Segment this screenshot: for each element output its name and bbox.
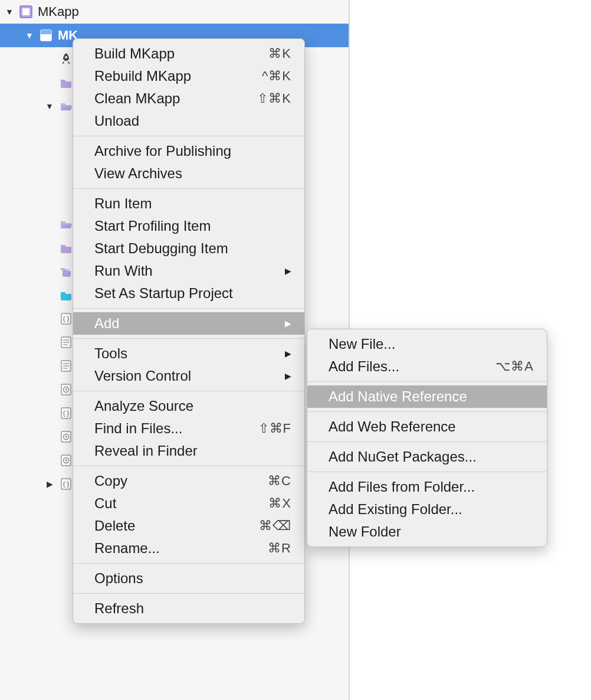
storyboard-icon: [58, 452, 74, 469]
solution-row[interactable]: ▼ MKapp: [0, 0, 349, 24]
context_menu-item[interactable]: Add▶: [73, 312, 304, 335]
submenu-triangle-icon: ▶: [285, 349, 291, 358]
context_menu-item[interactable]: Delete⌘⌫: [73, 515, 304, 537]
context_menu-item[interactable]: Build MKapp⌘K: [73, 42, 304, 65]
menu-item-shortcut: ⌥⌘A: [495, 359, 534, 374]
menu-item-label: Run Item: [94, 195, 152, 212]
menu-separator: [307, 411, 547, 412]
svg-text:{ }: { }: [63, 410, 70, 417]
menu-item-label: Refresh: [94, 600, 144, 617]
menu-item-shortcut: ⇧⌘K: [257, 91, 291, 106]
brace-file-icon: { }: [58, 476, 74, 492]
purple-copy-folder-icon: [58, 263, 74, 280]
menu-item-label: Build MKapp: [94, 45, 175, 62]
brace-file-icon: { }: [58, 310, 74, 327]
menu-item-label: Add Web Reference: [329, 418, 456, 435]
svg-text:{ }: { }: [63, 315, 70, 322]
context_menu-item[interactable]: Unload: [73, 110, 304, 132]
context_menu-item[interactable]: Run Item: [73, 192, 304, 215]
context_menu-item[interactable]: Rename...⌘R: [73, 537, 304, 560]
menu-item-label: Rebuild MKapp: [94, 68, 191, 84]
menu-separator: [73, 391, 304, 391]
menu-item-label: Find in Files...: [94, 420, 182, 437]
chevron-down-icon: ▼: [4, 6, 15, 18]
storyboard-icon: [58, 428, 74, 445]
context_menu-item[interactable]: Start Debugging Item: [73, 237, 304, 260]
menu-separator: [307, 441, 547, 442]
menu-item-label: Version Control: [94, 368, 191, 384]
menu-item-label: Archive for Publishing: [94, 143, 231, 159]
sub_menu-item[interactable]: New Folder: [307, 521, 547, 543]
menu-item-label: Add Files from Folder...: [329, 479, 475, 495]
blue-folder-icon: [58, 287, 74, 303]
context_menu-item[interactable]: Refresh: [73, 597, 304, 620]
menu-item-label: New Folder: [329, 524, 401, 540]
context_menu-item[interactable]: Set As Startup Project: [73, 282, 304, 305]
menu-separator: [73, 563, 304, 564]
menu-item-label: Tools: [94, 345, 127, 362]
context_menu-item[interactable]: Find in Files...⇧⌘F: [73, 417, 304, 440]
context_menu-item[interactable]: Analyze Source: [73, 395, 304, 417]
menu-item-label: Start Profiling Item: [94, 218, 211, 234]
menu-item-label: Cut: [94, 495, 116, 512]
menu-item-label: Add: [94, 315, 120, 332]
chevron-right-icon[interactable]: ▶: [44, 478, 55, 490]
menu-item-label: Add Native Reference: [329, 388, 467, 405]
svg-point-22: [65, 436, 67, 438]
context_menu-item[interactable]: Cut⌘X: [73, 492, 304, 515]
menu-item-label: Add Files...: [329, 358, 399, 375]
menu-separator: [73, 308, 304, 309]
menu-item-shortcut: ⌘⌫: [259, 518, 291, 534]
svg-text:{ }: { }: [63, 480, 70, 488]
menu-item-label: Unload: [94, 113, 139, 129]
menu-item-label: New File...: [329, 336, 395, 352]
context_menu-item[interactable]: Clean MKapp⇧⌘K: [73, 87, 304, 110]
svg-point-4: [65, 56, 67, 58]
context-menu: Build MKapp⌘KRebuild MKapp^⌘KClean MKapp…: [73, 38, 305, 624]
menu-separator: [73, 593, 304, 594]
sub_menu-item[interactable]: Add Existing Folder...: [307, 498, 547, 521]
menu-item-label: Copy: [94, 473, 127, 489]
menu-item-label: Set As Startup Project: [94, 285, 233, 302]
sub_menu-item[interactable]: Add Native Reference: [307, 385, 547, 408]
chevron-down-icon: ▼: [24, 30, 35, 41]
svg-rect-1: [22, 8, 29, 15]
menu-item-label: View Archives: [94, 165, 182, 182]
menu-separator: [73, 338, 304, 339]
menu-item-shortcut: ⌘K: [268, 46, 291, 61]
context_menu-item[interactable]: Run With▶: [73, 260, 304, 282]
purple-open-folder-icon: [58, 216, 74, 233]
context_menu-item[interactable]: Start Profiling Item: [73, 215, 304, 237]
brace-file-icon: { }: [58, 405, 74, 421]
context_menu-item[interactable]: Copy⌘C: [73, 470, 304, 492]
menu-item-label: Rename...: [94, 540, 160, 557]
context_menu-item[interactable]: Tools▶: [73, 342, 304, 365]
menu-item-label: Clean MKapp: [94, 90, 180, 107]
sub_menu-item[interactable]: Add Files from Folder...: [307, 476, 547, 498]
purple-folder-icon: [58, 240, 74, 256]
submenu-triangle-icon: ▶: [285, 266, 291, 276]
sub_menu-item[interactable]: New File...: [307, 333, 547, 355]
menu-separator: [307, 472, 547, 472]
chevron-down-icon[interactable]: ▼: [44, 100, 55, 112]
purple-open-folder-icon: [58, 98, 74, 115]
svg-point-17: [65, 389, 67, 391]
sub_menu-item[interactable]: Add Files...⌥⌘A: [307, 355, 547, 378]
svg-rect-3: [41, 30, 51, 34]
svg-point-25: [65, 460, 67, 462]
menu-item-label: Add NuGet Packages...: [329, 449, 477, 465]
doc-lines-icon: [58, 334, 74, 351]
context_menu-item[interactable]: Version Control▶: [73, 365, 304, 387]
menu-item-label: Analyze Source: [94, 398, 193, 414]
context_menu-item[interactable]: Rebuild MKapp^⌘K: [73, 65, 304, 87]
sub_menu-item[interactable]: Add Web Reference: [307, 416, 547, 438]
context_menu-item[interactable]: Archive for Publishing: [73, 140, 304, 162]
menu-separator: [73, 466, 304, 466]
menu-item-label: Delete: [94, 518, 135, 534]
menu-separator: [73, 188, 304, 189]
doc-lines-icon: [58, 358, 74, 374]
sub_menu-item[interactable]: Add NuGet Packages...: [307, 446, 547, 468]
context_menu-item[interactable]: View Archives: [73, 162, 304, 185]
context_menu-item[interactable]: Reveal in Finder: [73, 440, 304, 462]
context_menu-item[interactable]: Options: [73, 567, 304, 590]
